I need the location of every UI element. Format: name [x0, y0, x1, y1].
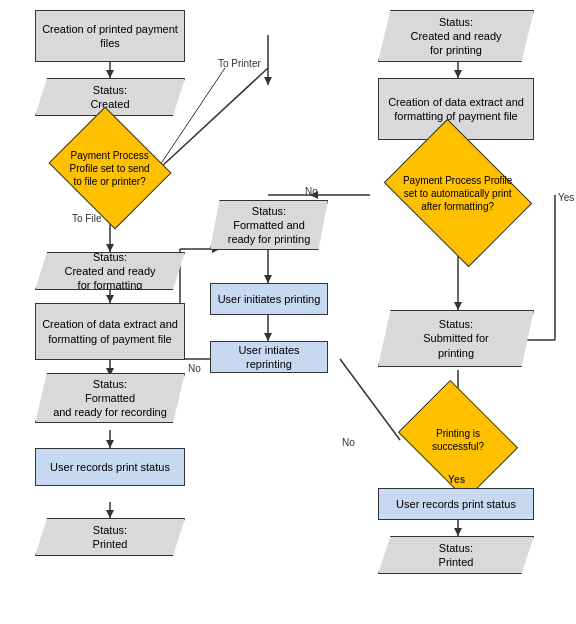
- svg-marker-39: [454, 528, 462, 536]
- svg-marker-17: [264, 275, 272, 283]
- svg-line-35: [340, 359, 400, 440]
- diamond-auto-print: Payment Process Profile set to automatic…: [384, 119, 532, 267]
- box-creation-printed: Creation of printed payment files: [35, 10, 185, 62]
- label-to-file: To File: [72, 213, 101, 224]
- svg-marker-19: [264, 333, 272, 341]
- svg-marker-7: [106, 295, 114, 303]
- status-submitted-printing: Status:Submitted forprinting: [378, 310, 534, 367]
- label-yes-diamond3: Yes: [448, 474, 465, 485]
- label-yes-right: Yes: [558, 192, 574, 203]
- box-user-records-right: User records print status: [378, 488, 534, 520]
- box-user-initiates-printing: User initiates printing: [210, 283, 328, 315]
- status-created-left: Status:Created: [35, 78, 185, 116]
- svg-marker-45: [264, 77, 272, 85]
- label-no-right: No: [342, 437, 355, 448]
- svg-marker-11: [106, 440, 114, 448]
- label-no-loop: No: [188, 363, 201, 374]
- status-created-ready-formatting: Status:Created and readyfor formatting: [35, 252, 185, 290]
- status-created-ready-printing-right: Status:Created and readyfor printing: [378, 10, 534, 62]
- box-user-records-left: User records print status: [35, 448, 185, 486]
- status-printed-right: Status:Printed: [378, 536, 534, 574]
- status-printed-left: Status:Printed: [35, 518, 185, 556]
- status-formatted-printing-mid: Status:Formatted andready for printing: [210, 200, 328, 250]
- label-to-printer: To Printer: [218, 58, 261, 69]
- flowchart: Creation of printed payment files Status…: [0, 0, 576, 624]
- svg-marker-32: [454, 302, 462, 310]
- svg-marker-13: [106, 510, 114, 518]
- svg-marker-25: [454, 70, 462, 78]
- svg-marker-1: [106, 70, 114, 78]
- diamond-process-profile: Payment Process Profile set to send to f…: [48, 106, 171, 229]
- label-no-mid: No: [305, 186, 318, 197]
- status-formatted-recording: Status:Formattedand ready for recording: [35, 373, 185, 423]
- box-data-extract-left: Creation of data extract and formatting …: [35, 303, 185, 360]
- svg-marker-5: [106, 244, 114, 252]
- box-user-intiates-reprinting: User intiates reprinting: [210, 341, 328, 373]
